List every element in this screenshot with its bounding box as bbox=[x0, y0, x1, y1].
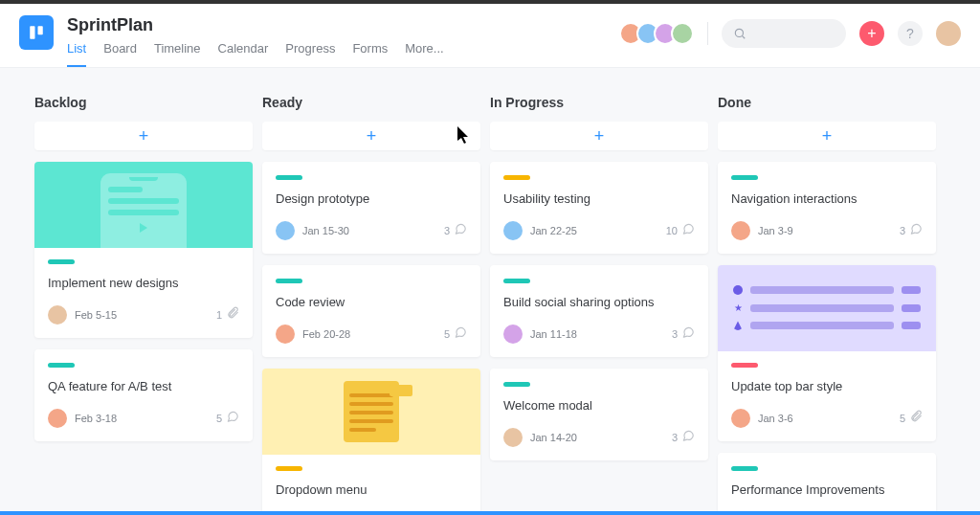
card-count: 3 bbox=[444, 225, 450, 236]
attachment-icon bbox=[226, 306, 239, 324]
assignee-avatar bbox=[276, 221, 295, 240]
task-card[interactable]: Navigation interactionsJan 3-93 bbox=[718, 162, 936, 254]
card-cover bbox=[34, 162, 253, 248]
card-title: Welcome modal bbox=[503, 398, 695, 414]
card-date: Jan 14-20 bbox=[530, 432, 672, 443]
card-label-stripe bbox=[276, 279, 302, 283]
task-card[interactable]: Design prototypeJan 15-303 bbox=[262, 162, 480, 254]
view-tabs: List Board Timeline Calendar Progress Fo… bbox=[67, 41, 625, 67]
board-column: Ready+Design prototypeJan 15-303Code rev… bbox=[262, 95, 480, 515]
search-input[interactable] bbox=[722, 19, 846, 48]
card-date: Jan 15-30 bbox=[302, 225, 444, 236]
comment-icon bbox=[226, 410, 239, 427]
card-meta: Jan 3-65 bbox=[731, 409, 923, 428]
tab-calendar[interactable]: Calendar bbox=[218, 41, 269, 67]
card-count: 5 bbox=[216, 413, 222, 424]
task-card[interactable]: Implement new designsFeb 5-151 bbox=[34, 162, 253, 338]
card-meta: Feb 5-151 bbox=[48, 305, 239, 325]
add-card-button[interactable]: + bbox=[490, 122, 708, 150]
title-block: SprintPlan List Board Timeline Calendar … bbox=[67, 15, 625, 67]
task-card[interactable]: Usability testingJan 22-2510 bbox=[490, 162, 708, 254]
member-avatars[interactable] bbox=[625, 22, 694, 45]
card-label-stripe bbox=[503, 382, 530, 387]
svg-rect-0 bbox=[30, 26, 34, 39]
comment-icon bbox=[681, 325, 695, 343]
task-card[interactable]: Dropdown menuJan 24-293 bbox=[262, 369, 480, 515]
assignee-avatar bbox=[503, 221, 523, 240]
comment-icon bbox=[681, 429, 695, 446]
add-card-button[interactable]: + bbox=[718, 122, 936, 150]
attachment-icon bbox=[909, 410, 923, 427]
bottom-accent-bar bbox=[0, 511, 980, 515]
add-button[interactable]: + bbox=[859, 21, 884, 46]
card-title: QA feature for A/B test bbox=[48, 379, 239, 395]
column-title: Done bbox=[718, 95, 936, 110]
card-date: Feb 20-28 bbox=[302, 328, 444, 340]
card-cover: ★ bbox=[718, 265, 936, 351]
add-card-button[interactable]: + bbox=[262, 122, 480, 150]
column-title: Ready bbox=[262, 95, 480, 110]
card-title: Build social sharing options bbox=[503, 295, 695, 311]
card-label-stripe bbox=[503, 279, 530, 283]
column-title: Backlog bbox=[34, 95, 253, 110]
comment-icon bbox=[909, 222, 923, 239]
task-card[interactable]: ★Update top bar styleJan 3-65 bbox=[718, 265, 936, 441]
tab-progress[interactable]: Progress bbox=[285, 41, 335, 67]
card-label-stripe bbox=[731, 363, 758, 368]
card-meta: Feb 3-185 bbox=[48, 409, 239, 428]
card-label-stripe bbox=[731, 466, 758, 471]
assignee-avatar bbox=[503, 428, 523, 447]
tab-forms[interactable]: Forms bbox=[352, 41, 388, 67]
card-meta: Jan 14-203 bbox=[503, 428, 695, 447]
card-meta: Jan 22-2510 bbox=[503, 221, 695, 240]
assignee-avatar bbox=[731, 221, 750, 240]
header-right: + ? bbox=[625, 15, 961, 48]
card-count: 3 bbox=[672, 328, 678, 340]
card-count: 5 bbox=[900, 413, 905, 424]
tab-list[interactable]: List bbox=[67, 41, 86, 67]
card-title: Dropdown menu bbox=[276, 482, 467, 499]
task-card[interactable]: Build social sharing optionsJan 11-183 bbox=[490, 265, 708, 357]
app-logo[interactable] bbox=[19, 15, 54, 50]
card-date: Jan 3-9 bbox=[758, 225, 900, 236]
tab-more[interactable]: More... bbox=[405, 41, 443, 67]
card-label-stripe bbox=[503, 175, 530, 180]
card-title: Performance Improvements bbox=[731, 482, 923, 499]
card-meta: Jan 3-93 bbox=[731, 221, 923, 240]
card-count: 1 bbox=[216, 309, 222, 321]
card-title: Navigation interactions bbox=[731, 191, 923, 208]
app-header: SprintPlan List Board Timeline Calendar … bbox=[0, 4, 980, 68]
card-label-stripe bbox=[276, 175, 302, 180]
user-avatar[interactable] bbox=[936, 21, 961, 46]
card-title: Implement new designs bbox=[48, 276, 239, 292]
help-button[interactable]: ? bbox=[898, 21, 923, 46]
avatar bbox=[671, 22, 694, 45]
assignee-avatar bbox=[276, 325, 295, 344]
card-title: Update top bar style bbox=[731, 379, 923, 395]
board-column: Done+Navigation interactionsJan 3-93★Upd… bbox=[718, 95, 936, 515]
board-column: In Progress+Usability testingJan 22-2510… bbox=[490, 95, 708, 515]
card-date: Jan 3-6 bbox=[758, 413, 900, 424]
task-card[interactable]: Welcome modalJan 14-203 bbox=[490, 369, 708, 460]
assignee-avatar bbox=[48, 305, 67, 325]
assignee-avatar bbox=[503, 325, 523, 344]
card-label-stripe bbox=[48, 259, 75, 264]
card-date: Jan 11-18 bbox=[530, 328, 672, 340]
card-date: Feb 3-18 bbox=[75, 413, 216, 424]
task-card[interactable]: Performance ImprovementsJan 4-163 bbox=[718, 453, 936, 515]
search-icon bbox=[733, 27, 746, 40]
card-count: 3 bbox=[900, 225, 905, 236]
card-count: 5 bbox=[444, 328, 450, 340]
task-card[interactable]: Code reviewFeb 20-285 bbox=[262, 265, 480, 357]
tab-timeline[interactable]: Timeline bbox=[154, 41, 201, 67]
card-cover bbox=[262, 369, 480, 455]
card-date: Jan 22-25 bbox=[530, 225, 666, 236]
card-count: 10 bbox=[666, 225, 678, 236]
card-label-stripe bbox=[731, 175, 758, 180]
tab-board[interactable]: Board bbox=[103, 41, 137, 67]
task-card[interactable]: QA feature for A/B testFeb 3-185 bbox=[34, 349, 253, 441]
svg-line-3 bbox=[742, 35, 745, 38]
card-date: Feb 5-15 bbox=[75, 309, 216, 321]
card-title: Design prototype bbox=[276, 191, 467, 208]
add-card-button[interactable]: + bbox=[34, 122, 253, 150]
